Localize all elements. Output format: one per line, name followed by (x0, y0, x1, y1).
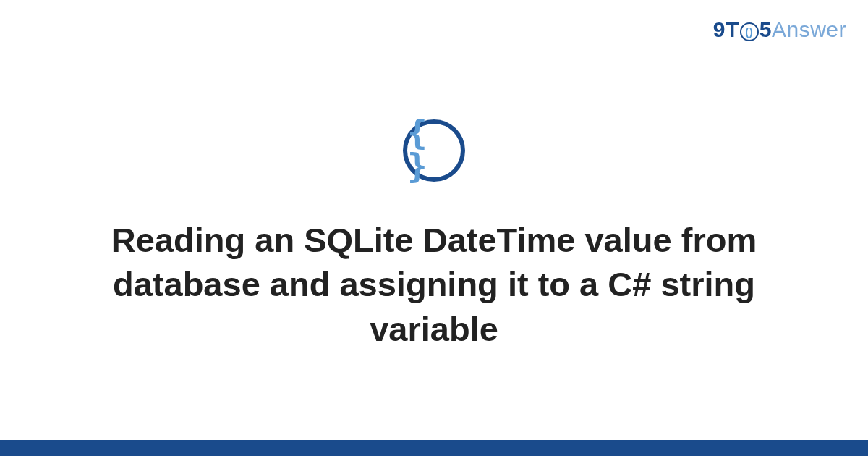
topic-icon-circle: { } (403, 119, 465, 182)
main-content: { } Reading an SQLite DateTime value fro… (0, 0, 868, 456)
question-title: Reading an SQLite DateTime value from da… (54, 218, 814, 350)
footer-bar (0, 440, 868, 456)
code-braces-icon: { } (407, 116, 461, 185)
